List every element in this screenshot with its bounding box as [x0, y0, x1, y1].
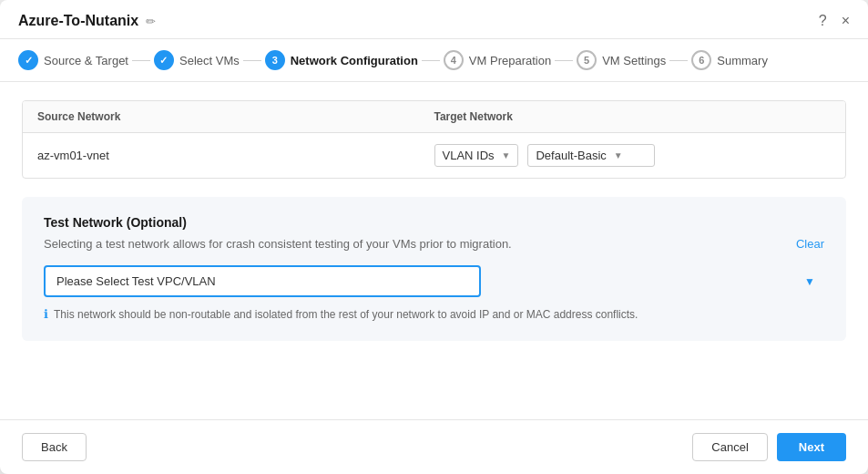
step-1-number: ✓: [25, 55, 33, 67]
clear-link[interactable]: Clear: [796, 237, 824, 251]
source-network-header: Source Network: [37, 110, 434, 123]
step-sep-4: [555, 60, 573, 61]
step-5-label: VM Settings: [602, 54, 666, 67]
modal-container: Azure-To-Nutanix ✏ ? × ✓ Source & Target…: [0, 0, 868, 474]
step-3-circle: 3: [265, 50, 285, 70]
vlan-value-select[interactable]: Default-Basic ▼: [527, 144, 655, 167]
step-2[interactable]: ✓ Select VMs: [154, 50, 240, 70]
next-button[interactable]: Next: [777, 433, 846, 461]
step-sep-2: [243, 60, 261, 61]
step-1-label: Source & Target: [44, 54, 128, 67]
info-text: This network should be non-routable and …: [54, 306, 638, 323]
footer-right: Cancel Next: [692, 433, 846, 461]
step-3-number: 3: [272, 55, 278, 66]
step-5[interactable]: 5 VM Settings: [577, 50, 666, 70]
vpc-select-chevron-icon: ▼: [804, 275, 815, 288]
test-network-desc-row: Selecting a test network allows for cras…: [44, 237, 824, 254]
test-network-description: Selecting a test network allows for cras…: [44, 237, 512, 251]
step-sep-1: [132, 60, 150, 61]
vlan-value-label: Default-Basic: [536, 149, 606, 162]
step-2-label: Select VMs: [179, 54, 240, 67]
modal-footer: Back Cancel Next: [0, 419, 868, 474]
vlan-type-select[interactable]: VLAN IDs ▼: [434, 144, 519, 167]
step-4-circle: 4: [444, 50, 464, 70]
step-6-number: 6: [699, 55, 704, 66]
step-sep-5: [669, 60, 688, 61]
vlan-type-label: VLAN IDs: [443, 149, 495, 162]
step-6[interactable]: 6 Summary: [691, 50, 768, 70]
step-3[interactable]: 3 Network Configuration: [265, 50, 418, 70]
target-network-header: Target Network: [434, 110, 832, 123]
modal-title-area: Azure-To-Nutanix ✏: [18, 13, 156, 29]
help-icon[interactable]: ?: [819, 13, 827, 29]
step-2-number: ✓: [159, 55, 168, 67]
network-table: Source Network Target Network az-vm01-vn…: [22, 100, 846, 179]
table-row: az-vm01-vnet VLAN IDs ▼ Default-Basic ▼: [23, 133, 845, 178]
close-icon[interactable]: ×: [842, 13, 850, 29]
steps-bar: ✓ Source & Target ✓ Select VMs 3 Network…: [0, 39, 868, 82]
back-button[interactable]: Back: [22, 433, 87, 461]
step-2-circle: ✓: [154, 50, 174, 70]
info-icon: ℹ: [44, 307, 48, 321]
test-network-section: Test Network (Optional) Selecting a test…: [22, 197, 846, 341]
modal-header: Azure-To-Nutanix ✏ ? ×: [0, 0, 868, 39]
edit-icon[interactable]: ✏: [146, 15, 156, 28]
step-1-circle: ✓: [18, 50, 38, 70]
target-cell: VLAN IDs ▼ Default-Basic ▼: [434, 144, 832, 167]
source-network-value: az-vm01-vnet: [37, 149, 434, 162]
step-3-label: Network Configuration: [291, 54, 418, 67]
vlan-value-chevron: ▼: [614, 150, 623, 160]
table-header: Source Network Target Network: [23, 101, 845, 133]
step-5-number: 5: [584, 55, 589, 66]
step-4-label: VM Preparation: [469, 54, 551, 67]
modal-title: Azure-To-Nutanix: [18, 13, 138, 29]
step-4-number: 4: [451, 55, 456, 66]
step-sep-3: [422, 60, 440, 61]
step-6-label: Summary: [717, 54, 768, 67]
modal-body: Source Network Target Network az-vm01-vn…: [0, 82, 868, 419]
step-5-circle: 5: [577, 50, 597, 70]
vpc-select-wrapper: Please Select Test VPC/VLAN ▼: [44, 265, 824, 297]
vlan-type-chevron: ▼: [502, 150, 511, 160]
cancel-button[interactable]: Cancel: [692, 433, 767, 461]
test-network-title: Test Network (Optional): [44, 215, 824, 230]
vpc-vlan-select[interactable]: Please Select Test VPC/VLAN: [44, 265, 481, 297]
modal-header-actions: ? ×: [819, 13, 850, 29]
info-box: ℹ This network should be non-routable an…: [44, 306, 824, 323]
step-1[interactable]: ✓ Source & Target: [18, 50, 128, 70]
step-4[interactable]: 4 VM Preparation: [444, 50, 551, 70]
step-6-circle: 6: [691, 50, 711, 70]
